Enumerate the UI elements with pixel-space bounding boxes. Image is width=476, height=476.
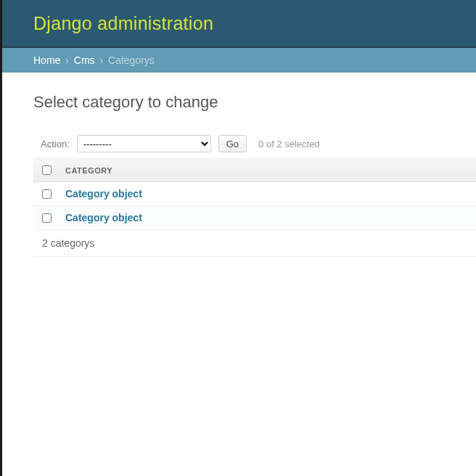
select-all-checkbox[interactable] [42, 165, 52, 175]
app-header: Django administration [2, 0, 476, 48]
table-row: Category object [33, 182, 476, 206]
table-header-row: CATEGORY [33, 159, 476, 182]
page-title: Select category to change [33, 93, 476, 112]
breadcrumb-sep: › [97, 54, 105, 66]
actions-bar: Action: --------- Go 0 of 2 selected [33, 129, 476, 158]
breadcrumb-cms-link[interactable]: Cms [74, 54, 95, 66]
row-link[interactable]: Category object [65, 188, 142, 200]
go-button[interactable]: Go [218, 135, 247, 152]
breadcrumb-home-link[interactable]: Home [33, 54, 60, 66]
breadcrumb-sep: › [63, 54, 71, 66]
row-link[interactable]: Category object [65, 212, 142, 223]
breadcrumb-current: Categorys [108, 54, 155, 66]
row-checkbox-cell [42, 213, 65, 223]
action-select[interactable]: --------- [77, 135, 211, 152]
row-checkbox-cell [42, 189, 65, 199]
table-footer: 2 categorys [33, 230, 476, 257]
table-row: Category object [33, 206, 476, 230]
app-title: Django administration [33, 13, 213, 34]
selection-count: 0 of 2 selected [258, 139, 320, 149]
changelist-table: CATEGORY Category object Category object… [33, 158, 476, 257]
row-checkbox[interactable] [42, 189, 52, 199]
action-label: Action: [41, 139, 70, 149]
breadcrumb: Home › Cms › Categorys [2, 48, 476, 73]
select-all-cell [42, 165, 65, 175]
row-checkbox[interactable] [42, 213, 52, 223]
column-header-category[interactable]: CATEGORY [65, 166, 112, 175]
content-area: Select category to change Action: ------… [2, 73, 476, 257]
